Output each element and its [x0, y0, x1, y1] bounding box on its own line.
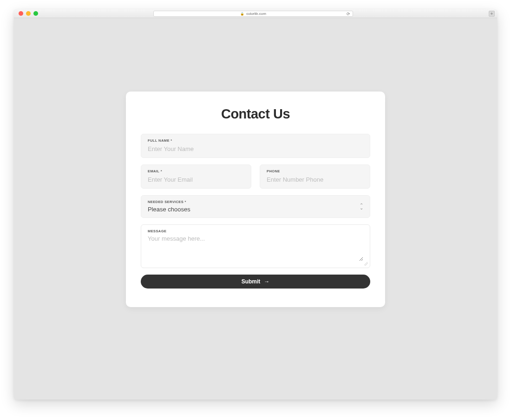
maximize-window-button[interactable] — [33, 11, 38, 16]
chevron-up-down-icon: ⌃⌄ — [360, 204, 363, 210]
contact-form-card: Contact Us FULL NAME * EMAIL * PHONE N — [126, 92, 385, 307]
browser-window: 🔒 colorlib.com ⟳ + Contact Us FULL NAME … — [14, 9, 497, 400]
minimize-window-button[interactable] — [26, 11, 31, 16]
email-label: EMAIL * — [148, 169, 244, 173]
full-name-input[interactable] — [148, 145, 363, 152]
phone-input[interactable] — [267, 176, 363, 183]
services-selected-value: Please chooses — [148, 206, 363, 213]
new-tab-button[interactable]: + — [489, 11, 495, 17]
full-name-field-group[interactable]: FULL NAME * — [141, 134, 370, 158]
close-window-button[interactable] — [19, 11, 23, 16]
services-select[interactable]: NEEDED SERVICES * Please chooses ⌃⌄ — [141, 195, 370, 218]
arrow-right-icon: → — [264, 278, 269, 285]
address-bar-url: colorlib.com — [246, 12, 266, 16]
email-input[interactable] — [148, 176, 244, 183]
page-title: Contact Us — [141, 106, 370, 122]
message-field-group[interactable]: MESSAGE — [141, 224, 370, 268]
address-bar[interactable]: 🔒 colorlib.com ⟳ — [153, 11, 353, 17]
message-textarea[interactable] — [148, 235, 363, 261]
phone-field-group[interactable]: PHONE — [260, 164, 370, 189]
services-label: NEEDED SERVICES * — [148, 200, 363, 204]
full-name-label: FULL NAME * — [148, 138, 363, 143]
lock-icon: 🔒 — [240, 12, 244, 16]
page-viewport: Contact Us FULL NAME * EMAIL * PHONE N — [14, 18, 497, 400]
resize-grip-icon — [364, 262, 368, 266]
email-field-group[interactable]: EMAIL * — [141, 164, 251, 189]
title-bar: 🔒 colorlib.com ⟳ + — [14, 9, 497, 18]
window-controls — [14, 11, 38, 16]
message-label: MESSAGE — [148, 229, 363, 233]
phone-label: PHONE — [267, 169, 363, 173]
refresh-icon[interactable]: ⟳ — [347, 12, 350, 16]
submit-button-label: Submit — [242, 278, 261, 285]
submit-button[interactable]: Submit → — [141, 275, 370, 289]
